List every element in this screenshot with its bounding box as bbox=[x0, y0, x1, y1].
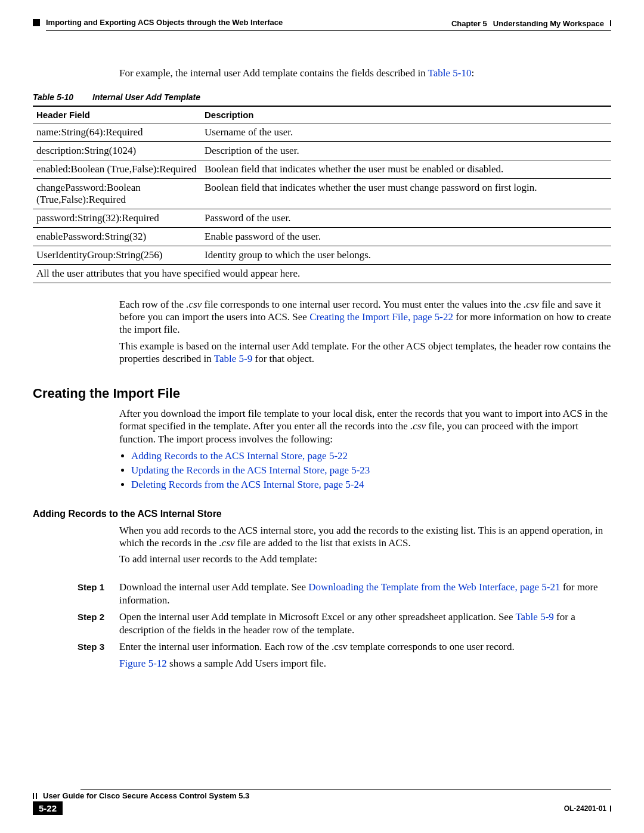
footer-tick bbox=[36, 793, 37, 799]
footer-tick bbox=[610, 806, 611, 812]
header-marker bbox=[33, 19, 40, 26]
header-title: Understanding My Workspace bbox=[493, 19, 604, 28]
footer-tick bbox=[33, 793, 34, 799]
page-header: Importing and Exporting ACS Objects thro… bbox=[33, 18, 611, 28]
step-label: Step 1 bbox=[78, 582, 119, 592]
link-table-5-9[interactable]: Table 5-9 bbox=[515, 611, 553, 623]
table-row: All the user attributes that you have sp… bbox=[33, 264, 611, 283]
step-body: Download the internal user Add template.… bbox=[119, 581, 611, 607]
header-left-text: Importing and Exporting ACS Objects thro… bbox=[46, 18, 283, 27]
link-creating-import-file[interactable]: Creating the Import File, page 5-22 bbox=[309, 311, 453, 323]
footer-guide-title: User Guide for Cisco Secure Access Contr… bbox=[43, 791, 249, 800]
link-download-template[interactable]: Downloading the Template from the Web In… bbox=[308, 581, 560, 593]
step-body: Enter the internal user information. Eac… bbox=[119, 640, 611, 670]
step-label: Step 3 bbox=[78, 642, 119, 652]
page-footer: User Guide for Cisco Secure Access Contr… bbox=[33, 789, 611, 815]
link-figure-5-12[interactable]: Figure 5-12 bbox=[119, 658, 167, 669]
table-row: description:String(1024)Description of t… bbox=[33, 141, 611, 160]
intro-paragraph: For example, the internal user Add templ… bbox=[119, 67, 611, 79]
table-row: UserIdentityGroup:String(256)Identity gr… bbox=[33, 246, 611, 264]
table-row: name:String(64):RequiredUsername of the … bbox=[33, 123, 611, 141]
step-label: Step 2 bbox=[78, 612, 119, 622]
step-row: Step 1 Download the internal user Add te… bbox=[78, 581, 611, 607]
doc-id: OL-24201-01 bbox=[564, 804, 606, 813]
list-item: Deleting Records from the ACS Internal S… bbox=[131, 479, 611, 491]
heading-creating-import-file: Creating the Import File bbox=[33, 386, 611, 401]
header-rule bbox=[46, 30, 611, 31]
paragraph: To add internal user records to the Add … bbox=[119, 553, 611, 565]
table-caption: Table 5-10Internal User Add Template bbox=[33, 92, 611, 102]
paragraph: This example is based on the internal us… bbox=[119, 340, 611, 366]
bullet-list: Adding Records to the ACS Internal Store… bbox=[119, 450, 611, 491]
list-item: Updating the Records in the ACS Internal… bbox=[131, 465, 611, 476]
link-table-5-10[interactable]: Table 5-10 bbox=[428, 67, 472, 79]
link-adding-records[interactable]: Adding Records to the ACS Internal Store… bbox=[131, 450, 348, 462]
link-table-5-9[interactable]: Table 5-9 bbox=[214, 353, 252, 364]
list-item: Adding Records to the ACS Internal Store… bbox=[131, 450, 611, 462]
link-updating-records[interactable]: Updating the Records in the ACS Internal… bbox=[131, 465, 370, 476]
table-header-field: Header Field bbox=[33, 106, 201, 123]
table-row: password:String(32):RequiredPassword of … bbox=[33, 209, 611, 227]
step-row: Step 3 Enter the internal user informati… bbox=[78, 640, 611, 670]
header-tick bbox=[610, 20, 611, 26]
step-row: Step 2 Open the internal user Add templa… bbox=[78, 611, 611, 637]
page-number: 5-22 bbox=[33, 801, 63, 815]
paragraph: Each row of the .csv file corresponds to… bbox=[119, 298, 611, 336]
table-5-10: Header Field Description name:String(64)… bbox=[33, 106, 611, 283]
table-header-desc: Description bbox=[201, 106, 611, 123]
paragraph: After you download the import file templ… bbox=[119, 407, 611, 445]
table-row: enablePassword:String(32)Enable password… bbox=[33, 227, 611, 246]
table-row: changePassword:Boolean (True,False):Requ… bbox=[33, 178, 611, 209]
paragraph: When you add records to the ACS internal… bbox=[119, 524, 611, 550]
link-deleting-records[interactable]: Deleting Records from the ACS Internal S… bbox=[131, 479, 364, 490]
heading-adding-records: Adding Records to the ACS Internal Store bbox=[33, 509, 611, 519]
table-row: enabled:Boolean (True,False):RequiredBoo… bbox=[33, 160, 611, 178]
header-chapter: Chapter 5 bbox=[451, 19, 487, 28]
step-body: Open the internal user Add template in M… bbox=[119, 611, 611, 637]
